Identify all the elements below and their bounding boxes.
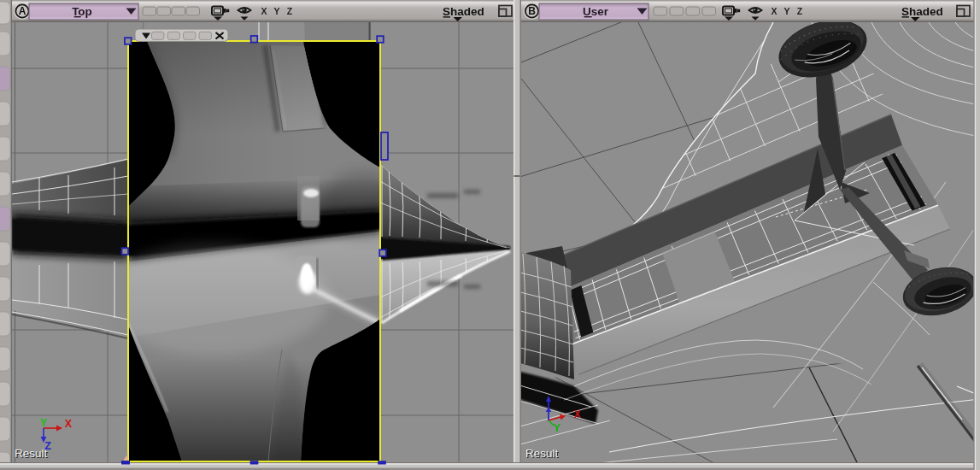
svg-text:X: X [261,6,267,16]
svg-text:X: X [771,6,777,16]
svg-text:Y: Y [40,417,48,429]
svg-text:A: A [19,5,26,17]
svg-text:Shaded: Shaded [901,5,943,18]
svg-text:User: User [583,5,609,18]
svg-text:Y: Y [783,6,789,16]
svg-text:Y: Y [554,422,561,434]
svg-text:Top: Top [72,5,92,18]
svg-text:X: X [574,408,582,420]
svg-text:Result: Result [525,447,559,460]
svg-text:B: B [528,5,536,17]
svg-text:Z: Z [287,6,293,16]
svg-text:X: X [65,418,73,430]
svg-text:Y: Y [273,6,279,16]
svg-text:Shaded: Shaded [443,5,484,18]
svg-text:Result: Result [15,447,48,460]
svg-text:Z: Z [797,6,803,16]
